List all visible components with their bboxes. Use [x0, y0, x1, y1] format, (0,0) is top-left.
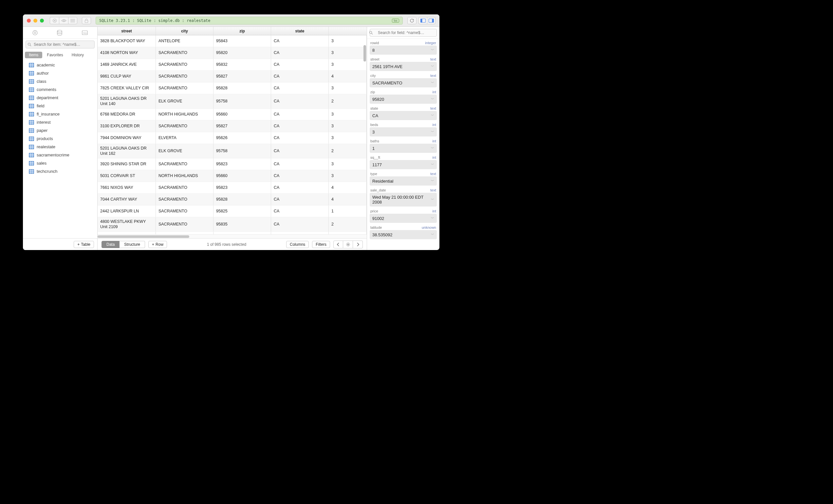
- table-row[interactable]: 9861 CULP WAYSACRAMENTO95827CA4: [98, 71, 367, 82]
- svg-rect-21: [29, 136, 34, 141]
- record-fields: rowidinteger8﹀streettext2561 19TH AVE﹀ci…: [367, 39, 439, 250]
- cell-city: SACRAMENTO: [156, 217, 213, 231]
- sql-tab-icon[interactable]: SQL: [81, 30, 88, 35]
- filters-button[interactable]: Filters: [312, 241, 330, 248]
- sidebar-item-interest[interactable]: interest: [23, 118, 97, 126]
- sidebar-search-input[interactable]: [26, 41, 95, 48]
- table-row[interactable]: 4800 WESTLAKE PKWY Unit 2109SACRAMENTO95…: [98, 217, 367, 232]
- field-value: 91002: [372, 216, 384, 221]
- sidebar-item-author[interactable]: author: [23, 69, 97, 77]
- chevron-down-icon: ﹀: [431, 179, 434, 183]
- sidebar-item-paper[interactable]: paper: [23, 126, 97, 134]
- table-row[interactable]: 1469 JANRICK AVESACRAMENTO95832CA3: [98, 59, 367, 71]
- cell-street: 2442 LARKSPUR LN: [98, 205, 156, 217]
- stop-button[interactable]: [50, 17, 59, 24]
- table-row[interactable]: 3828 BLACKFOOT WAYANTELOPE95843CA3: [98, 35, 367, 47]
- sidebar-item-sacramentocrime[interactable]: sacramentocrime: [23, 151, 97, 159]
- field-value-input[interactable]: CA﹀: [370, 111, 437, 120]
- field-value-input[interactable]: 1﹀: [370, 144, 437, 153]
- close-window-button[interactable]: [27, 19, 31, 23]
- svg-rect-15: [29, 87, 34, 92]
- cell-state: CA: [271, 109, 329, 120]
- tab-structure[interactable]: Structure: [120, 241, 145, 248]
- chevron-down-icon: ﹀: [431, 48, 434, 52]
- table-body[interactable]: 3828 BLACKFOOT WAYANTELOPE95843CA34108 N…: [98, 35, 367, 234]
- view-button[interactable]: [59, 17, 68, 24]
- field-name: beds: [370, 123, 378, 127]
- column-header-state[interactable]: state: [271, 27, 329, 35]
- field-name: zip: [370, 90, 375, 94]
- column-header-last[interactable]: [329, 27, 367, 35]
- field-value-input[interactable]: 2561 19TH AVE﹀: [370, 62, 437, 71]
- chevron-down-icon: ﹀: [431, 80, 434, 85]
- sidebar-item-realestate[interactable]: realestate: [23, 143, 97, 151]
- sidebar-item-comments[interactable]: comments: [23, 85, 97, 94]
- table-row[interactable]: 7944 DOMINION WAYELVERTA95626CA3: [98, 132, 367, 144]
- chevron-down-icon: ﹀: [431, 216, 434, 221]
- table-row[interactable]: 7661 NIXOS WAYSACRAMENTO95823CA4: [98, 182, 367, 194]
- field-value-input[interactable]: 3﹀: [370, 127, 437, 136]
- columns-button[interactable]: Columns: [286, 241, 309, 248]
- sidebar-item-department[interactable]: department: [23, 94, 97, 102]
- vertical-scrollbar[interactable]: [363, 45, 366, 61]
- table-row[interactable]: 2442 LARKSPUR LNSACRAMENTO95825CA1: [98, 205, 367, 217]
- toggle-right-panel-button[interactable]: [427, 17, 435, 24]
- table-row[interactable]: 7825 CREEK VALLEY CIRSACRAMENTO95828CA3: [98, 82, 367, 94]
- lock-button[interactable]: [82, 17, 91, 24]
- field-type: text: [430, 57, 436, 61]
- field-value-input[interactable]: 95820﹀: [370, 95, 437, 104]
- table-row[interactable]: 6768 MEDORA DRNORTH HIGHLANDS95660CA3: [98, 109, 367, 121]
- database-tab-icon[interactable]: [56, 30, 63, 36]
- tab-data[interactable]: Data: [101, 241, 120, 248]
- field-value-input[interactable]: Residential﹀: [370, 176, 437, 185]
- table-row[interactable]: 3920 SHINING STAR DRSACRAMENTO95823CA3: [98, 158, 367, 170]
- column-header-street[interactable]: street: [98, 27, 156, 35]
- settings-button[interactable]: [343, 241, 353, 248]
- minimize-window-button[interactable]: [33, 19, 37, 23]
- sidebar-item-academic[interactable]: academic: [23, 61, 97, 69]
- next-page-button[interactable]: [353, 241, 363, 248]
- tab-favorites[interactable]: Favorites: [43, 52, 67, 58]
- table-row[interactable]: 5201 LAGUNA OAKS DR Unit 162ELK GROVE957…: [98, 144, 367, 158]
- cell-zip: 95835: [213, 217, 271, 231]
- field-value-input[interactable]: Wed May 21 00:00:00 EDT 2008﹀: [370, 193, 437, 206]
- list-button[interactable]: [68, 17, 77, 24]
- column-header-city[interactable]: city: [156, 27, 213, 35]
- add-row-button[interactable]: + Row: [148, 241, 167, 248]
- zoom-window-button[interactable]: [40, 19, 44, 23]
- table-row[interactable]: 2178 63RD AVESACRAMENTO95822CA3: [98, 232, 367, 234]
- sidebar-item-techcrunch[interactable]: techcrunch: [23, 167, 97, 175]
- field-value-input[interactable]: 91002﹀: [370, 214, 437, 223]
- toggle-left-panel-button[interactable]: [419, 17, 427, 24]
- table-row[interactable]: 7044 CARTHY WAYSACRAMENTO95828CA4: [98, 194, 367, 205]
- table-icon: [29, 153, 34, 157]
- add-table-button[interactable]: + Table: [74, 241, 94, 248]
- sidebar-item-sales[interactable]: sales: [23, 159, 97, 167]
- field-value-input[interactable]: 38.535092﹀: [370, 230, 437, 239]
- tab-history[interactable]: History: [68, 52, 88, 58]
- refresh-button[interactable]: [407, 17, 416, 24]
- field-value-input[interactable]: 1177﹀: [370, 160, 437, 169]
- svg-rect-17: [29, 104, 34, 108]
- column-header-zip[interactable]: zip: [213, 27, 271, 35]
- field-value: 8: [372, 48, 375, 53]
- address-bar[interactable]: SQLite 3.23.1 : SQLite : simple.db : rea…: [96, 17, 403, 25]
- sidebar-item-products[interactable]: products: [23, 134, 97, 143]
- sidebar-item-fl_insurance[interactable]: fl_insurance: [23, 110, 97, 118]
- field-value-input[interactable]: 8﹀: [370, 46, 437, 55]
- horizontal-scrollbar[interactable]: [98, 234, 367, 238]
- scrollbar-thumb[interactable]: [98, 235, 189, 238]
- tab-items[interactable]: Items: [25, 52, 42, 58]
- cell-zip: 95828: [213, 194, 271, 205]
- field-search-input[interactable]: [370, 29, 437, 37]
- table-row[interactable]: 5201 LAGUNA OAKS DR Unit 140ELK GROVE957…: [98, 94, 367, 109]
- sidebar-item-field[interactable]: field: [23, 102, 97, 110]
- prev-page-button[interactable]: [333, 241, 343, 248]
- field-value: 1: [372, 146, 375, 151]
- plugin-tab-icon[interactable]: [32, 30, 38, 36]
- field-value-input[interactable]: SACRAMENTO﹀: [370, 78, 437, 87]
- sidebar-item-class[interactable]: class: [23, 77, 97, 85]
- table-row[interactable]: 4108 NORTON WAYSACRAMENTO95820CA3: [98, 47, 367, 59]
- table-row[interactable]: 5031 CORVAIR STNORTH HIGHLANDS95660CA3: [98, 170, 367, 182]
- table-row[interactable]: 3100 EXPLORER DRSACRAMENTO95827CA3: [98, 121, 367, 132]
